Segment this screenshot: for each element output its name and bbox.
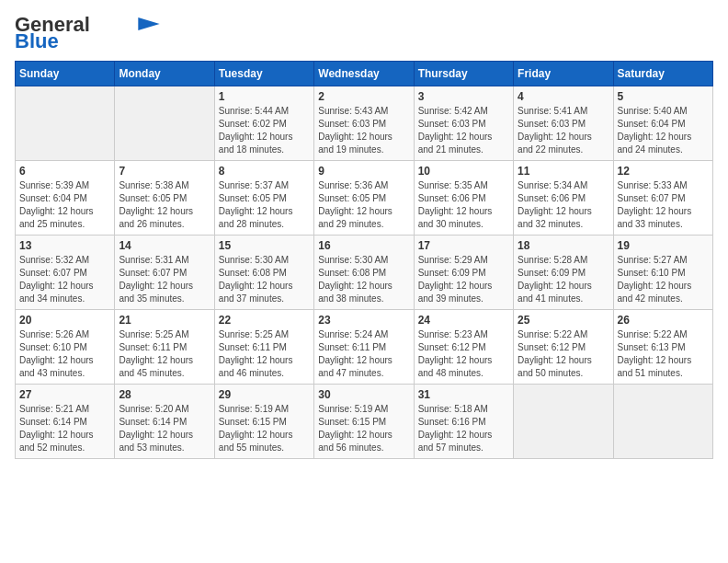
svg-marker-0 (138, 17, 159, 30)
day-number: 23 (318, 314, 409, 327)
day-info: Sunrise: 5:22 AM Sunset: 6:13 PM Dayligh… (618, 328, 709, 380)
calendar-cell: 14Sunrise: 5:31 AM Sunset: 6:07 PM Dayli… (115, 236, 214, 310)
day-number: 5 (618, 90, 709, 103)
col-header-thursday: Thursday (414, 62, 513, 86)
calendar-cell: 5Sunrise: 5:40 AM Sunset: 6:04 PM Daylig… (613, 86, 712, 161)
day-info: Sunrise: 5:28 AM Sunset: 6:09 PM Dayligh… (518, 254, 609, 305)
calendar-cell: 11Sunrise: 5:34 AM Sunset: 6:06 PM Dayli… (514, 161, 613, 236)
calendar-cell: 16Sunrise: 5:30 AM Sunset: 6:08 PM Dayli… (314, 236, 414, 310)
day-info: Sunrise: 5:44 AM Sunset: 6:02 PM Dayligh… (219, 105, 310, 156)
calendar-cell: 8Sunrise: 5:37 AM Sunset: 6:05 PM Daylig… (214, 161, 313, 236)
day-number: 2 (318, 90, 409, 103)
calendar-cell: 24Sunrise: 5:23 AM Sunset: 6:12 PM Dayli… (414, 310, 513, 385)
calendar-cell: 17Sunrise: 5:29 AM Sunset: 6:09 PM Dayli… (414, 236, 513, 310)
col-header-saturday: Saturday (613, 62, 712, 86)
calendar-cell (16, 86, 115, 161)
calendar-cell: 23Sunrise: 5:24 AM Sunset: 6:11 PM Dayli… (314, 310, 414, 385)
day-info: Sunrise: 5:42 AM Sunset: 6:03 PM Dayligh… (418, 105, 509, 156)
day-info: Sunrise: 5:30 AM Sunset: 6:08 PM Dayligh… (318, 254, 409, 305)
day-info: Sunrise: 5:19 AM Sunset: 6:15 PM Dayligh… (318, 403, 409, 454)
day-info: Sunrise: 5:40 AM Sunset: 6:04 PM Dayligh… (618, 105, 709, 156)
day-number: 25 (518, 314, 609, 327)
day-number: 27 (19, 388, 110, 401)
day-number: 17 (418, 239, 509, 252)
day-number: 14 (119, 239, 210, 252)
day-number: 30 (318, 388, 409, 401)
calendar-table: SundayMondayTuesdayWednesdayThursdayFrid… (15, 61, 713, 459)
day-number: 6 (19, 165, 110, 178)
day-info: Sunrise: 5:27 AM Sunset: 6:10 PM Dayligh… (618, 254, 709, 305)
calendar-cell (613, 385, 712, 459)
calendar-cell: 31Sunrise: 5:18 AM Sunset: 6:16 PM Dayli… (414, 385, 513, 459)
col-header-tuesday: Tuesday (214, 62, 313, 86)
calendar-cell: 9Sunrise: 5:36 AM Sunset: 6:05 PM Daylig… (314, 161, 414, 236)
day-number: 26 (618, 314, 709, 327)
calendar-cell: 26Sunrise: 5:22 AM Sunset: 6:13 PM Dayli… (613, 310, 712, 385)
calendar-cell: 10Sunrise: 5:35 AM Sunset: 6:06 PM Dayli… (414, 161, 513, 236)
day-number: 8 (219, 165, 310, 178)
day-number: 19 (618, 239, 709, 252)
day-info: Sunrise: 5:36 AM Sunset: 6:05 PM Dayligh… (318, 179, 409, 231)
calendar-cell: 19Sunrise: 5:27 AM Sunset: 6:10 PM Dayli… (613, 236, 712, 310)
day-info: Sunrise: 5:19 AM Sunset: 6:15 PM Dayligh… (219, 403, 310, 454)
logo: General Blue (15, 15, 160, 52)
day-number: 20 (19, 314, 110, 327)
day-info: Sunrise: 5:24 AM Sunset: 6:11 PM Dayligh… (318, 328, 409, 380)
calendar-cell: 13Sunrise: 5:32 AM Sunset: 6:07 PM Dayli… (16, 236, 115, 310)
calendar-cell (115, 86, 214, 161)
day-number: 18 (518, 239, 609, 252)
day-info: Sunrise: 5:38 AM Sunset: 6:05 PM Dayligh… (119, 179, 210, 231)
calendar-cell: 28Sunrise: 5:20 AM Sunset: 6:14 PM Dayli… (115, 385, 214, 459)
day-number: 28 (119, 388, 210, 401)
day-info: Sunrise: 5:35 AM Sunset: 6:06 PM Dayligh… (418, 179, 509, 231)
col-header-sunday: Sunday (16, 62, 115, 86)
day-info: Sunrise: 5:21 AM Sunset: 6:14 PM Dayligh… (19, 403, 110, 454)
logo-icon (138, 17, 160, 30)
calendar-cell: 29Sunrise: 5:19 AM Sunset: 6:15 PM Dayli… (214, 385, 313, 459)
day-number: 15 (219, 239, 310, 252)
calendar-cell: 7Sunrise: 5:38 AM Sunset: 6:05 PM Daylig… (115, 161, 214, 236)
calendar-cell: 30Sunrise: 5:19 AM Sunset: 6:15 PM Dayli… (314, 385, 414, 459)
logo-blue-text: Blue (15, 31, 59, 52)
day-info: Sunrise: 5:29 AM Sunset: 6:09 PM Dayligh… (418, 254, 509, 305)
calendar-cell: 1Sunrise: 5:44 AM Sunset: 6:02 PM Daylig… (214, 86, 313, 161)
day-number: 12 (618, 165, 709, 178)
calendar-cell: 18Sunrise: 5:28 AM Sunset: 6:09 PM Dayli… (514, 236, 613, 310)
calendar-cell: 4Sunrise: 5:41 AM Sunset: 6:03 PM Daylig… (514, 86, 613, 161)
calendar-cell: 27Sunrise: 5:21 AM Sunset: 6:14 PM Dayli… (16, 385, 115, 459)
day-info: Sunrise: 5:41 AM Sunset: 6:03 PM Dayligh… (518, 105, 609, 156)
calendar-cell (514, 385, 613, 459)
calendar-cell: 20Sunrise: 5:26 AM Sunset: 6:10 PM Dayli… (16, 310, 115, 385)
calendar-cell: 22Sunrise: 5:25 AM Sunset: 6:11 PM Dayli… (214, 310, 313, 385)
day-info: Sunrise: 5:30 AM Sunset: 6:08 PM Dayligh… (219, 254, 310, 305)
day-number: 11 (518, 165, 609, 178)
col-header-monday: Monday (115, 62, 214, 86)
day-number: 10 (418, 165, 509, 178)
calendar-cell: 12Sunrise: 5:33 AM Sunset: 6:07 PM Dayli… (613, 161, 712, 236)
day-info: Sunrise: 5:39 AM Sunset: 6:04 PM Dayligh… (19, 179, 110, 231)
day-info: Sunrise: 5:22 AM Sunset: 6:12 PM Dayligh… (518, 328, 609, 380)
calendar-cell: 6Sunrise: 5:39 AM Sunset: 6:04 PM Daylig… (16, 161, 115, 236)
day-number: 29 (219, 388, 310, 401)
day-info: Sunrise: 5:23 AM Sunset: 6:12 PM Dayligh… (418, 328, 509, 380)
day-info: Sunrise: 5:26 AM Sunset: 6:10 PM Dayligh… (19, 328, 110, 380)
header: General Blue (15, 15, 713, 52)
col-header-wednesday: Wednesday (314, 62, 414, 86)
day-number: 16 (318, 239, 409, 252)
day-number: 1 (219, 90, 310, 103)
calendar-cell: 15Sunrise: 5:30 AM Sunset: 6:08 PM Dayli… (214, 236, 313, 310)
col-header-friday: Friday (514, 62, 613, 86)
day-number: 9 (318, 165, 409, 178)
day-number: 3 (418, 90, 509, 103)
day-number: 24 (418, 314, 509, 327)
day-info: Sunrise: 5:18 AM Sunset: 6:16 PM Dayligh… (418, 403, 509, 454)
day-info: Sunrise: 5:20 AM Sunset: 6:14 PM Dayligh… (119, 403, 210, 454)
day-info: Sunrise: 5:25 AM Sunset: 6:11 PM Dayligh… (219, 328, 310, 380)
day-info: Sunrise: 5:43 AM Sunset: 6:03 PM Dayligh… (318, 105, 409, 156)
day-number: 13 (19, 239, 110, 252)
day-info: Sunrise: 5:31 AM Sunset: 6:07 PM Dayligh… (119, 254, 210, 305)
day-info: Sunrise: 5:34 AM Sunset: 6:06 PM Dayligh… (518, 179, 609, 231)
day-number: 22 (219, 314, 310, 327)
day-info: Sunrise: 5:32 AM Sunset: 6:07 PM Dayligh… (19, 254, 110, 305)
calendar-cell: 25Sunrise: 5:22 AM Sunset: 6:12 PM Dayli… (514, 310, 613, 385)
